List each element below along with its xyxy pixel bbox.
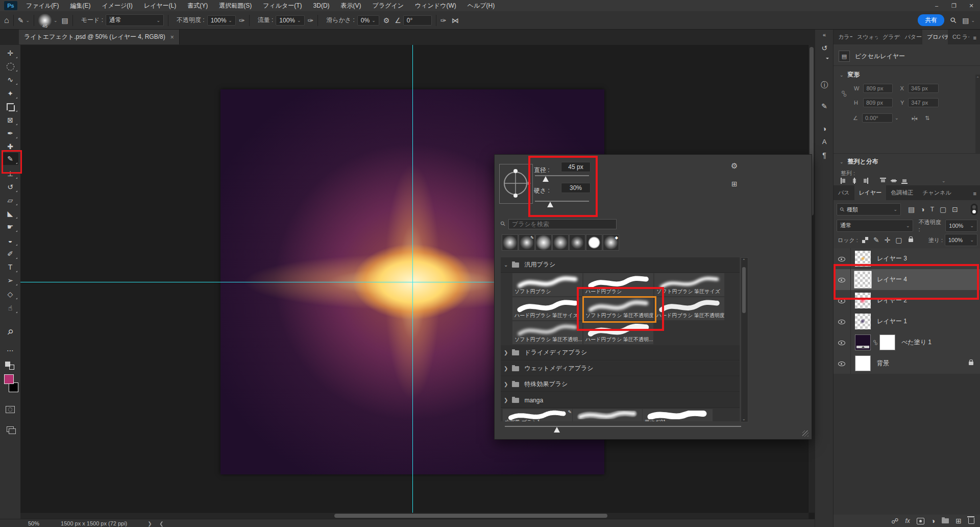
version-history-icon[interactable]: ↺ [815,44,834,52]
frame-tool[interactable]: ⊠ [2,114,18,126]
hand-tool[interactable]: ☝ [2,302,18,314]
layer-opacity-select[interactable]: 100%⌄ [945,220,977,232]
flip-vertical-icon[interactable]: ⇅ [925,115,929,122]
menu-select[interactable]: 選択範囲(S) [213,2,257,10]
layer-name[interactable]: レイヤー 4 [877,275,907,284]
menu-layer[interactable]: レイヤー(L) [138,2,182,10]
adjustments-panel-icon[interactable]: ◑ [815,125,834,133]
character-panel-icon[interactable]: A [815,138,834,146]
quick-mask-button[interactable] [2,403,18,416]
pen-tool[interactable]: ✐ [2,248,18,260]
new-group-icon[interactable] [942,518,949,523]
lasso-tool[interactable]: ∿ [2,74,18,86]
brush-item[interactable]: ハード円ブラシ [583,273,654,297]
vertical-guide[interactable] [412,45,413,513]
toggle-brush-settings-icon[interactable]: ▤ [62,17,68,24]
tab-gradients[interactable]: グラデー [878,30,900,44]
brush-item[interactable]: ハード円ブラシ 筆圧サイズ [512,297,583,321]
lock-all-icon[interactable] [909,238,913,242]
edit-toolbar-button[interactable]: ⋯ [2,344,18,356]
brush-group-special-effects[interactable]: ❯ 特殊効果ブラシ [501,377,740,392]
recent-brush-tile[interactable] [502,234,518,251]
angle-field[interactable]: 0.00° [862,113,893,123]
close-button[interactable]: ✕ [963,0,980,11]
layer-filter-select[interactable]: ⚲ 種類⌄ [837,203,901,215]
menu-plugins[interactable]: プラグイン [367,2,409,10]
brush-item[interactable]: manu [572,409,643,421]
smoothing-select[interactable]: 0%⌄ [357,15,379,26]
filter-toggle-switch[interactable] [971,204,977,215]
brush-list[interactable]: ⌄ 汎用ブラシ ソフト円ブラシ ハード円ブラシ ソフト円ブラシ 筆圧サイズ ハー… [501,257,740,421]
opacity-select[interactable]: 100%⌄ [207,15,236,26]
pressure-size-icon[interactable]: ✑ [440,17,447,24]
brush-group-general[interactable]: ⌄ 汎用ブラシ [501,257,740,273]
layer-thumbnail[interactable] [855,314,871,329]
new-layer-icon[interactable]: ⊞ [955,517,962,524]
collapse-panels-icon[interactable]: « [815,32,834,38]
clone-stamp-tool[interactable]: ⊥ [2,167,18,180]
eraser-tool[interactable]: ▱ [2,194,18,206]
brush-tip-preview[interactable] [499,164,533,204]
brush-item[interactable]: ✎ 水彩風 ブラシ1 [502,409,573,421]
status-collapse-icon[interactable]: ❯ [159,521,163,526]
brush-item[interactable]: ハード円ブラシ 筆圧不透明... [583,321,654,345]
popup-gear-icon[interactable]: ⚙ [731,162,738,170]
share-button[interactable]: 共有 [918,14,944,26]
preview-size-slider[interactable] [505,426,741,427]
layer-name[interactable]: レイヤー 2 [877,296,907,305]
tab-swatches[interactable]: スウォッチ [852,30,878,44]
path-selection-tool[interactable]: ➢ [2,274,18,286]
object-selection-tool[interactable]: ✦ [2,87,18,100]
minimize-button[interactable]: – [928,0,945,11]
brush-item[interactable]: ソフト円ブラシ 筆圧サイズ [654,273,725,297]
brush-item[interactable]: ソフト円ブラシ 筆圧不透明... [512,321,583,345]
visibility-eye-icon[interactable] [838,297,845,304]
horizontal-scrollbar-thumb[interactable] [334,514,607,518]
layer-thumbnail[interactable] [855,355,871,371]
menu-window[interactable]: ウィンドウ(W) [409,2,462,10]
diameter-slider-thumb[interactable] [543,176,549,182]
visibility-eye-icon[interactable] [838,276,845,283]
visibility-eye-icon[interactable] [838,339,845,346]
tab-properties[interactable]: プロパティ [922,30,948,44]
fill-layer-row[interactable]: ☍ べた塗り 1 [834,332,980,353]
marquee-tool[interactable] [2,60,18,73]
brush-item[interactable]: ハード円ブラシ 筆圧不透明度 [654,297,725,321]
recent-brush-tile[interactable] [552,234,569,251]
tab-close-icon[interactable]: × [170,34,174,41]
type-tool[interactable]: T [2,261,18,273]
brush-group-dry-media[interactable]: ❯ ドライメディアブラシ [501,345,740,361]
visibility-eye-icon[interactable] [838,360,845,367]
gradient-tool[interactable]: ◣ [2,207,18,220]
horizontal-scrollbar[interactable] [20,512,808,519]
smudge-tool[interactable]: ☛ [2,221,18,233]
recent-brush-tile[interactable]: ◆ [603,234,619,251]
preview-size-slider-thumb[interactable] [554,427,560,433]
layer-thumbnail[interactable] [855,293,871,308]
foreground-color-swatch[interactable] [4,374,14,384]
menu-filter[interactable]: フィルター(T) [257,2,307,10]
layer-thumbnail[interactable] [855,251,871,267]
fill-layer-thumbnail[interactable] [855,334,871,350]
tab-paths[interactable]: パス [834,185,854,200]
add-mask-icon[interactable] [917,518,924,524]
align-left-icon[interactable] [841,178,847,184]
layer-name[interactable]: べた塗り 1 [901,338,932,347]
tab-channels[interactable]: チャンネル [918,185,955,200]
tab-patterns[interactable]: パターン [900,30,922,44]
mode-select[interactable]: 通常⌄ [106,14,164,26]
menu-type[interactable]: 書式(Y) [182,2,213,10]
height-field[interactable]: 809 px [863,98,893,107]
brush-angle-field[interactable]: 0° [403,15,432,26]
menu-file[interactable]: ファイル(F) [20,2,64,10]
layer-thumbnail[interactable] [855,272,871,288]
brush-group-wet-media[interactable]: ❯ ウェットメディアブラシ [501,361,740,376]
pressure-opacity-icon[interactable]: ✑ [239,17,245,24]
brush-search-input[interactable] [508,219,617,229]
filter-type-icon[interactable]: T [930,206,934,212]
layer-row[interactable]: レイヤー 2 [834,290,980,312]
delete-layer-icon[interactable] [968,518,974,524]
tab-cc-libraries[interactable]: CC ライ [948,30,969,44]
healing-brush-tool[interactable]: ✚ [2,140,18,153]
brush-list-scrollbar[interactable]: ⌃ ⌄ [741,257,748,422]
